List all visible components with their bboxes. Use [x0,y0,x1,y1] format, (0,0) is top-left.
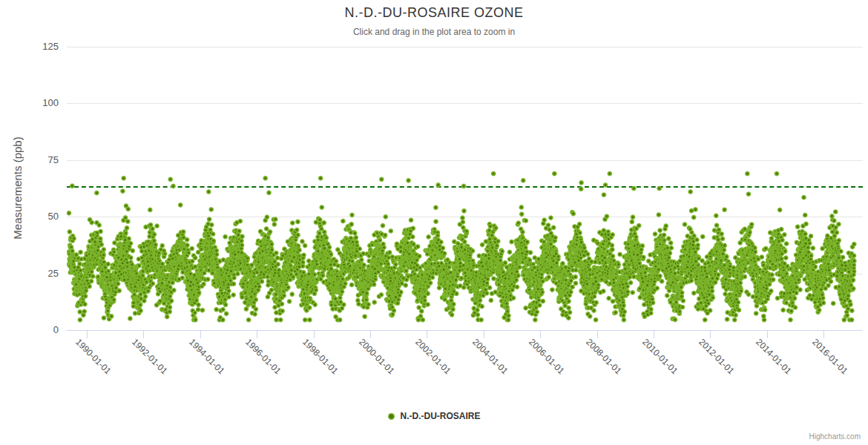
x-axis-tick-label: 1992-01-01 [131,337,170,376]
x-axis-tick-label: 2012-01-01 [697,337,737,376]
plot-area-scatter-canvas[interactable] [67,47,863,330]
x-axis-tick-label: 2002-01-01 [414,337,453,376]
y-axis-tick-label: 100 [0,96,59,110]
x-axis-tick [767,331,768,338]
x-axis-tick [257,331,257,338]
x-axis-tick [87,331,88,338]
x-axis-tick [823,331,824,338]
y-axis-tick-label: 25 [0,267,59,280]
x-axis-tick [540,331,541,338]
x-axis-tick-label: 2006-01-01 [527,337,566,376]
x-axis-tick-label: 2008-01-01 [584,337,623,376]
x-axis-line [67,330,863,331]
x-axis-tick [597,331,598,338]
x-axis-tick-label: 1996-01-01 [243,337,283,376]
x-axis-tick-label: 2000-01-01 [357,337,396,376]
x-axis-tick-label: 2010-01-01 [640,337,680,376]
x-axis-tick-label: 1990-01-01 [73,337,113,376]
x-axis-tick [200,331,201,338]
y-axis-tick-label: 0 [0,323,59,337]
x-axis-tick [370,331,371,338]
y-axis-tick-label: 125 [0,40,59,53]
x-axis-tick-label: 2014-01-01 [754,337,793,376]
x-axis-tick-label: 1998-01-01 [300,337,340,376]
y-axis-tick-label: 50 [0,210,59,223]
x-axis-tick [427,331,427,338]
legend-series-marker-icon [388,413,395,420]
chart-title: N.-D.-DU-ROSAIRE OZONE [0,5,868,21]
x-axis-tick-label: 2016-01-01 [810,337,849,376]
y-axis-title: Measurements (ppb) [11,125,24,251]
x-axis-tick [314,331,315,338]
legend-series-label: N.-D.-DU-ROSAIRE [401,411,481,421]
x-axis-tick-label: 2004-01-01 [470,337,510,376]
legend-item-rosaire[interactable]: N.-D.-DU-ROSAIRE [0,411,868,421]
x-axis-tick [710,331,711,338]
x-axis-tick [484,331,484,338]
x-axis-tick [143,331,144,338]
ozone-scatter-chart: N.-D.-DU-ROSAIRE OZONE Click and drag in… [0,0,868,445]
chart-subtitle: Click and drag in the plot area to zoom … [0,27,868,37]
x-axis-tick-label: 1994-01-01 [187,337,226,376]
x-axis-tick [654,331,654,338]
y-axis-tick-label: 75 [0,154,59,167]
highcharts-credit-link[interactable]: Highcharts.com [809,432,861,441]
